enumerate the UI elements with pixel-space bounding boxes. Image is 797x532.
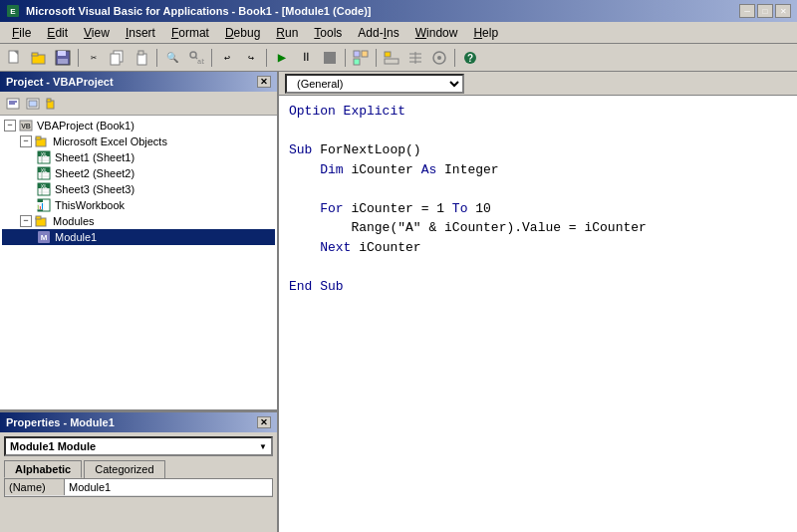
code-line-0: Option Explicit xyxy=(289,102,787,122)
tab-alphabetic[interactable]: Alphabetic xyxy=(4,460,82,478)
expander-modules[interactable]: − xyxy=(20,215,32,227)
toolbar-find-btn[interactable]: 🔍 xyxy=(161,47,183,69)
toolbar-sep-6 xyxy=(376,49,377,67)
maximize-button[interactable]: □ xyxy=(757,4,773,18)
svg-rect-40 xyxy=(36,136,41,139)
svg-rect-7 xyxy=(58,51,66,56)
icon-sheet1: XL xyxy=(36,150,52,164)
menu-format[interactable]: Format xyxy=(163,24,217,42)
tree-item-sheet2[interactable]: XL Sheet2 (Sheet2) xyxy=(2,165,275,181)
toolbar-run-btn[interactable]: ▶ xyxy=(271,47,293,69)
svg-point-27 xyxy=(437,56,441,60)
tree-item-module1[interactable]: M Module1 xyxy=(2,229,275,245)
title-text: Microsoft Visual Basic for Applications … xyxy=(26,5,733,17)
icon-module1: M xyxy=(36,230,52,244)
toolbar-paste-btn[interactable] xyxy=(131,47,152,69)
svg-text:E: E xyxy=(10,7,16,16)
toolbar-design-btn[interactable] xyxy=(350,47,372,69)
toolbar-sep-2 xyxy=(156,49,157,67)
project-panel: Project - VBAProject ✕ − xyxy=(0,72,277,412)
toolbar-open-btn[interactable] xyxy=(28,47,50,69)
close-button[interactable]: ✕ xyxy=(775,4,791,18)
toggle-folders-btn[interactable] xyxy=(44,95,62,113)
menu-window[interactable]: Window xyxy=(407,24,466,42)
menu-debug[interactable]: Debug xyxy=(217,24,268,42)
icon-sheet2: XL xyxy=(36,166,52,180)
properties-panel-close[interactable]: ✕ xyxy=(257,416,271,428)
icon-thisworkbook: 📊 xyxy=(36,198,52,212)
project-panel-title: Project - VBAProject xyxy=(6,76,114,88)
props-dropdown-value: Module1 Module xyxy=(10,440,96,452)
tree-item-thisworkbook[interactable]: 📊 ThisWorkbook xyxy=(2,197,275,213)
toolbar-new-btn[interactable] xyxy=(4,47,26,69)
expander-vbaproject[interactable]: − xyxy=(4,120,16,132)
tree-label-vbaproject: VBAProject (Book1) xyxy=(37,120,134,132)
tree-label-modules: Modules xyxy=(53,215,95,227)
svg-rect-8 xyxy=(58,59,68,64)
title-bar: E Microsoft Visual Basic for Application… xyxy=(0,0,797,22)
menu-bar: File Edit View Insert Format Debug Run T… xyxy=(0,22,797,44)
toolbar-sep-3 xyxy=(211,49,212,67)
toolbar-sep-1 xyxy=(78,49,79,67)
code-header: (General) xyxy=(279,72,797,96)
code-object-dropdown[interactable]: (General) xyxy=(285,74,464,94)
properties-body: Module1 Module ▼ Alphabetic Categorized … xyxy=(0,432,277,532)
code-panel: (General) Option Explicit Sub ForNextLoo… xyxy=(279,72,797,532)
svg-rect-11 xyxy=(137,54,146,65)
tree-item-excel-objects[interactable]: − Microsoft Excel Objects xyxy=(2,133,275,149)
project-panel-close[interactable]: ✕ xyxy=(257,76,271,88)
props-value-name[interactable]: Module1 xyxy=(65,479,272,495)
props-table: (Name) Module1 xyxy=(4,478,273,497)
toolbar-help-btn[interactable]: ? xyxy=(459,47,481,69)
toolbar-sep-4 xyxy=(266,49,267,67)
tree-item-vbaproject[interactable]: − VB VBAProject (Book1) xyxy=(2,118,275,133)
toolbar-redo-btn[interactable]: ↪ xyxy=(240,47,262,69)
toolbar-undo-btn[interactable]: ↩ xyxy=(216,47,238,69)
svg-rect-12 xyxy=(138,51,143,55)
tree-item-sheet3[interactable]: XL Sheet3 (Sheet3) xyxy=(2,181,275,197)
props-object-dropdown[interactable]: Module1 Module ▼ xyxy=(4,436,273,456)
svg-rect-34 xyxy=(29,101,37,107)
menu-view[interactable]: View xyxy=(76,24,118,42)
tree-item-modules[interactable]: − Modules xyxy=(2,213,275,229)
menu-tools[interactable]: Tools xyxy=(306,24,350,42)
toolbar-replace-btn[interactable]: ab xyxy=(185,47,207,69)
code-line-9: End Sub xyxy=(289,277,787,297)
menu-help[interactable]: Help xyxy=(465,24,506,42)
toolbar-sep-7 xyxy=(454,49,455,67)
props-key-name: (Name) xyxy=(5,479,65,495)
code-line-2: Sub ForNextLoop() xyxy=(289,140,787,160)
props-dropdown-arrow: ▼ xyxy=(259,442,267,451)
toolbar-props-btn[interactable] xyxy=(404,47,426,69)
properties-panel-header: Properties - Module1 ✕ xyxy=(0,412,277,432)
toolbar-proj-btn[interactable] xyxy=(381,47,402,69)
menu-file[interactable]: File xyxy=(4,24,39,42)
expander-excel-objects[interactable]: − xyxy=(20,135,32,147)
menu-addins[interactable]: Add-Ins xyxy=(350,24,406,42)
menu-run[interactable]: Run xyxy=(268,24,306,42)
toolbar-cut-btn[interactable]: ✂ xyxy=(83,47,105,69)
code-area[interactable]: Option Explicit Sub ForNextLoop() Dim iC… xyxy=(279,96,797,532)
svg-rect-19 xyxy=(354,59,360,65)
icon-sheet3: XL xyxy=(36,182,52,196)
project-panel-toolbar xyxy=(0,92,277,116)
project-tree: − VB VBAProject (Book1) − xyxy=(0,116,277,409)
icon-modules xyxy=(34,214,50,228)
tree-label-excel-objects: Microsoft Excel Objects xyxy=(53,135,167,147)
tree-item-sheet1[interactable]: XL Sheet1 (Sheet1) xyxy=(2,149,275,165)
tab-categorized[interactable]: Categorized xyxy=(84,460,164,478)
code-line-5: For iCounter = 1 To 10 xyxy=(289,199,787,219)
toolbar-obj-btn[interactable] xyxy=(428,47,450,69)
toolbar-pause-btn[interactable]: ⏸ xyxy=(295,47,317,69)
menu-insert[interactable]: Insert xyxy=(118,24,163,42)
tree-label-module1: Module1 xyxy=(55,231,97,243)
toolbar-save-btn[interactable] xyxy=(52,47,74,69)
toolbar-reset-btn[interactable] xyxy=(319,47,341,69)
properties-panel-title: Properties - Module1 xyxy=(6,416,115,428)
view-object-btn[interactable] xyxy=(24,95,42,113)
toolbar-copy-btn[interactable] xyxy=(107,47,129,69)
minimize-button[interactable]: ─ xyxy=(739,4,755,18)
view-code-btn[interactable] xyxy=(4,95,22,113)
menu-edit[interactable]: Edit xyxy=(39,24,76,42)
project-panel-header: Project - VBAProject ✕ xyxy=(0,72,277,92)
